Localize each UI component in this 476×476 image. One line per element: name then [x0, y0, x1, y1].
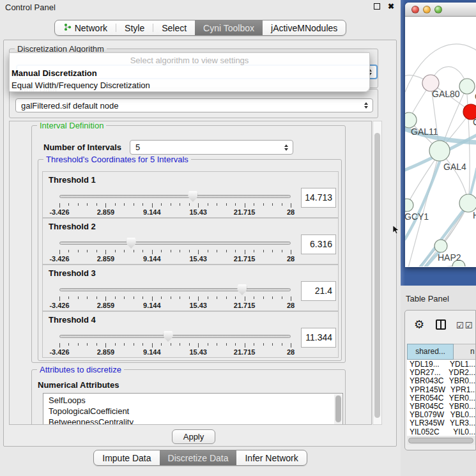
tab-select[interactable]: Select — [153, 20, 195, 35]
slider-track[interactable] — [59, 195, 291, 198]
column-header-name[interactable]: n — [454, 344, 476, 360]
table-row[interactable]: YBL079WYBL0... — [407, 410, 475, 418]
tab-network[interactable]: Network — [55, 20, 116, 35]
slider-track[interactable] — [59, 288, 291, 291]
table-data-value: galFiltered.sif default node — [21, 101, 118, 111]
table-row[interactable]: YPR145WYPR1... — [407, 385, 475, 394]
control-panel: Control Panel ✖ NetworkStyleSelectCyni T… — [0, 0, 401, 476]
list-item[interactable]: TopologicalCoefficient — [43, 406, 342, 417]
checkbox-icons[interactable]: ☑☑ — [456, 321, 473, 330]
zoom-traffic-light-icon[interactable] — [434, 6, 442, 13]
apply-button[interactable]: Apply — [172, 429, 215, 444]
tab-label: jActiveMNodules — [271, 23, 337, 33]
table-panel: Table Panel ⚙ ☑☑ shared... n YDL19...YDL… — [401, 286, 476, 476]
cell-shared-name: YIL052C — [407, 427, 448, 436]
table-toolbar: ⚙ ☑☑ — [405, 311, 475, 342]
list-item[interactable]: SelfLoops — [43, 394, 342, 406]
slider-thumb[interactable] — [237, 284, 247, 295]
slider-thumb[interactable] — [188, 191, 197, 202]
network-canvas[interactable]: GAL80 G C GAL11 GAL4 GCY1 H HAP2 — [405, 17, 476, 266]
interval-definition-legend: Interval Definition — [37, 121, 106, 130]
mouse-cursor — [393, 226, 400, 234]
cell-name: YIL0... — [448, 427, 475, 436]
tab-infer-network[interactable]: Infer Network — [236, 450, 306, 465]
cell-name: YBL0... — [445, 410, 475, 418]
thresholds-group: Threshold's Coordinates for 5 Intervals … — [38, 159, 342, 361]
node-label-hap2: HAP2 — [438, 252, 461, 263]
threshold-1-slider[interactable]: -3.4262.8599.14415.4321.71528 — [59, 191, 291, 217]
threshold-row: Threshold 2 -3.4262.8599.14415.4321.7152… — [42, 218, 339, 265]
threshold-3-slider[interactable]: -3.4262.8599.14415.4321.71528 — [59, 284, 291, 310]
cell-name: YDL1... — [445, 360, 475, 368]
slider-thumb[interactable] — [127, 238, 136, 249]
close-icon[interactable]: ✖ — [388, 2, 394, 11]
combo-stepper-icon — [284, 144, 288, 151]
attributes-list-scrollbar[interactable] — [334, 394, 342, 425]
tab-discretize-data[interactable]: Discretize Data — [160, 450, 237, 465]
attributes-legend: Attributes to discretize — [37, 365, 124, 374]
table-row[interactable]: YBR043CYBR0... — [407, 376, 475, 385]
table-row[interactable]: YIL052CYIL0... — [407, 427, 475, 436]
thresholds-legend: Threshold's Coordinates for 5 Intervals — [43, 155, 191, 164]
node-clipped-low-right[interactable] — [459, 194, 476, 212]
slider-tick-labels: -3.4262.8599.14415.4321.71528 — [59, 302, 291, 309]
number-of-intervals-combobox[interactable]: 5 — [130, 140, 293, 155]
node-clipped-top-right[interactable] — [459, 79, 475, 94]
slider-track[interactable] — [59, 242, 291, 245]
table-panel-title: Table Panel — [406, 294, 449, 303]
threshold-row: Threshold 1 -3.4262.8599.14415.4321.7152… — [42, 171, 339, 218]
table-row[interactable]: YDR27...YDR2... — [407, 368, 475, 376]
close-traffic-light-icon[interactable] — [411, 6, 419, 13]
threshold-3-value-field[interactable]: 21.4 — [301, 281, 336, 301]
network-view-window[interactable]: GAL80 G C GAL11 GAL4 GCY1 H HAP2 — [405, 3, 476, 267]
cell-name: YBR0... — [444, 402, 475, 410]
float-window-icon[interactable] — [374, 3, 380, 10]
right-column: GAL80 G C GAL11 GAL4 GCY1 H HAP2 Table P… — [401, 0, 476, 476]
threshold-2-slider[interactable]: -3.4262.8599.14415.4321.71528 — [59, 238, 291, 263]
table-row[interactable]: YBR045CYBR0... — [407, 402, 475, 410]
menu-item-manual-discretization[interactable]: Manual Discretization — [10, 67, 369, 79]
settings-vertical-scrollbar[interactable] — [372, 121, 382, 425]
network-window-frame: GAL80 G C GAL11 GAL4 GCY1 H HAP2 — [401, 0, 476, 286]
threshold-2-value-field[interactable]: 6.316 — [301, 234, 336, 254]
threshold-row: Threshold 3 -3.4262.8599.14415.4321.7152… — [42, 265, 339, 311]
table-row[interactable]: YLR345WYLR3... — [407, 418, 475, 427]
slider-thumb[interactable] — [164, 331, 173, 342]
table-row[interactable]: YDL19...YDL1... — [407, 360, 475, 368]
threshold-4-value-field[interactable]: 11.344 — [301, 328, 336, 348]
node-hap2[interactable] — [434, 240, 447, 252]
tab-label: Network — [75, 23, 107, 33]
threshold-row: Threshold 4 -3.4262.8599.14415.4321.7152… — [42, 311, 339, 358]
column-header-shared-name[interactable]: shared... — [407, 344, 454, 360]
threshold-label: Threshold 1 — [49, 175, 96, 185]
slider-track[interactable] — [59, 335, 291, 338]
tab-label: Cyni Toolbox — [203, 23, 254, 33]
tab-style[interactable]: Style — [116, 20, 153, 35]
node-gal4[interactable] — [429, 141, 450, 161]
gear-icon[interactable]: ⚙ — [414, 318, 424, 332]
table-data-combobox[interactable]: galFiltered.sif default node — [15, 98, 373, 112]
tab-label: Infer Network — [245, 453, 298, 463]
cell-shared-name: YPR145W — [407, 385, 445, 394]
control-panel-titlebar: Control Panel ✖ — [0, 0, 401, 15]
node-gal11[interactable] — [405, 112, 417, 128]
threshold-label: Threshold 2 — [49, 222, 96, 231]
network-window-titlebar[interactable] — [405, 3, 476, 17]
tab-jactivemnodules[interactable]: jActiveMNodules — [263, 20, 346, 35]
split-pane-icon[interactable] — [436, 319, 446, 330]
tab-label: Style — [125, 23, 144, 33]
table-horizontal-scrollbar[interactable] — [407, 436, 475, 445]
list-item[interactable]: BetweennessCentrality — [43, 417, 342, 425]
numerical-attributes-list[interactable]: SelfLoopsTopologicalCoefficientBetweenne… — [43, 393, 343, 425]
threshold-1-value-field[interactable]: 14.713 — [301, 188, 336, 208]
table-row[interactable]: YER054CYER0... — [407, 394, 475, 402]
node-gcy1[interactable] — [405, 199, 413, 211]
network-icon — [63, 23, 72, 33]
tab-cyni-toolbox[interactable]: Cyni Toolbox — [195, 20, 263, 35]
cell-name: YLR3... — [445, 418, 475, 427]
numerical-attributes-label: Numerical Attributes — [38, 380, 119, 390]
minimize-traffic-light-icon[interactable] — [423, 6, 431, 13]
menu-item-equal-width-frequency[interactable]: Equal Width/Frequency Discretization — [10, 79, 369, 91]
tab-impute-data[interactable]: Impute Data — [94, 450, 159, 465]
threshold-4-slider[interactable]: -3.4262.8599.14415.4321.71528 — [59, 331, 291, 357]
